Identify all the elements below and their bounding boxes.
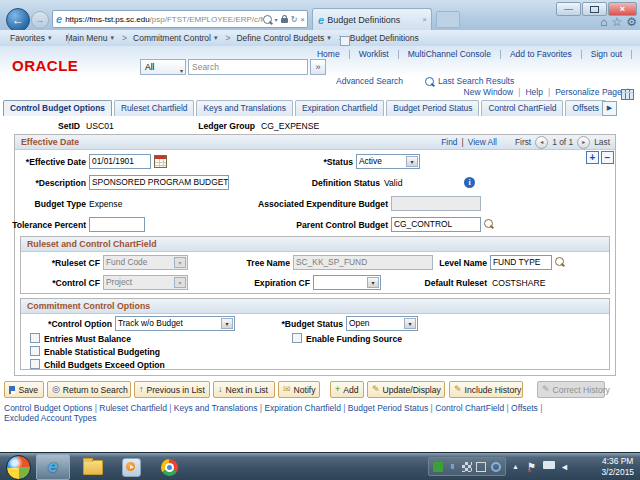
start-button[interactable] bbox=[6, 455, 31, 480]
taskbar-chrome-button[interactable] bbox=[152, 454, 186, 480]
footer-link[interactable]: Budget Period Status bbox=[348, 403, 435, 413]
tray-pause-icon[interactable]: ‖ bbox=[448, 462, 458, 472]
breadcrumb-item[interactable]: > Commitment Control ▾ bbox=[118, 33, 221, 43]
taskbar-ie-button[interactable]: e bbox=[36, 454, 70, 480]
taskbar-media-player-button[interactable] bbox=[114, 454, 148, 480]
component-tab[interactable]: Control Budget Options bbox=[3, 100, 112, 116]
enable-funding-source-checkbox[interactable] bbox=[292, 333, 302, 343]
screen: — × ← → e https://fms-tst.ps.sc.edu/psp/… bbox=[0, 0, 640, 480]
next-row-icon[interactable]: ▸ bbox=[577, 136, 590, 149]
add-row-button[interactable]: + bbox=[586, 151, 599, 164]
control-option-select[interactable]: Track w/o Budget▾ bbox=[115, 316, 235, 331]
expiration-cf-select[interactable]: ▾ bbox=[313, 275, 381, 290]
level-name-field[interactable]: FUND TYPE bbox=[490, 255, 552, 270]
http-grid-icon[interactable] bbox=[621, 89, 634, 100]
toolbar-button[interactable]: ✎ Correct History bbox=[537, 381, 605, 398]
toolbar-button[interactable]: ↑ Previous in List bbox=[134, 381, 210, 398]
taskbar-clock[interactable]: 4:36 PM 3/2/2015 bbox=[601, 456, 634, 478]
first-label[interactable]: First bbox=[515, 135, 531, 149]
search-scope-select[interactable]: All ▾ bbox=[140, 59, 186, 75]
tray-app-icon[interactable] bbox=[433, 462, 443, 472]
calendar-icon[interactable] bbox=[154, 155, 167, 168]
previous-row-icon[interactable]: ◂ bbox=[535, 136, 548, 149]
enable-statistical-budgeting-checkbox[interactable] bbox=[30, 346, 40, 356]
header-link[interactable]: MultiChannel Console bbox=[399, 49, 500, 59]
search-dropdown-icon[interactable]: ▾ bbox=[275, 16, 278, 23]
header-link[interactable]: Add to Favorites bbox=[501, 49, 581, 59]
tray-circle-icon[interactable] bbox=[491, 462, 501, 472]
address-bar[interactable]: e https://fms-tst.ps.sc.edu/psp/FTST/EMP… bbox=[52, 10, 308, 28]
stop-icon[interactable]: × bbox=[300, 15, 305, 24]
view-all-link[interactable]: View All bbox=[468, 135, 497, 149]
speaker-icon[interactable]: ◄ bbox=[560, 461, 569, 473]
header-link[interactable]: Sign out bbox=[582, 49, 631, 59]
breadcrumb-item[interactable]: > Define Control Budgets ▾ bbox=[221, 33, 334, 43]
home-icon[interactable]: ⌂ bbox=[600, 15, 607, 29]
component-tab[interactable]: Offsets bbox=[565, 100, 605, 116]
close-window-button[interactable]: × bbox=[608, 2, 637, 16]
toolbar-button[interactable]: + Add bbox=[330, 381, 364, 398]
chevron-down-icon: ▾ bbox=[221, 318, 233, 329]
component-tab[interactable]: Keys and Translations bbox=[196, 100, 292, 116]
budget-status-select[interactable]: Open▾ bbox=[346, 316, 418, 331]
footer-link[interactable]: Control Budget Options bbox=[4, 403, 99, 413]
description-field[interactable]: SPONSORED PROGRAM BUDGET bbox=[89, 175, 229, 190]
tray-square-icon[interactable] bbox=[476, 462, 486, 472]
browser-tab[interactable]: e Budget Definitions × bbox=[312, 8, 432, 30]
minimize-button[interactable]: — bbox=[556, 2, 581, 16]
child-budgets-exceed-option-checkbox[interactable] bbox=[30, 359, 40, 369]
last-search-results-link[interactable]: Last Search Results bbox=[438, 76, 514, 86]
toolbar-button[interactable]: ✉ Notify bbox=[278, 381, 320, 398]
show-more-tabs-button[interactable]: ▶ bbox=[602, 101, 617, 116]
status-select[interactable]: Active▾ bbox=[356, 154, 420, 169]
favorites-star-icon[interactable]: ☆ bbox=[611, 15, 622, 29]
setid-value: USC01 bbox=[86, 121, 114, 131]
search-go-button[interactable]: » bbox=[310, 59, 326, 75]
tray-grid-icon[interactable] bbox=[462, 462, 472, 472]
info-icon[interactable]: i bbox=[464, 177, 475, 188]
component-tab[interactable]: Control ChartField bbox=[481, 100, 563, 116]
tolerance-percent-field[interactable] bbox=[89, 217, 145, 232]
page-utility-link[interactable]: New Window bbox=[464, 87, 526, 97]
breadcrumb-item[interactable]: Main Menu ▾ bbox=[55, 33, 118, 43]
header-link[interactable]: Home bbox=[308, 49, 349, 59]
search-icon[interactable] bbox=[263, 15, 272, 24]
find-link[interactable]: Find bbox=[441, 135, 457, 149]
component-tab[interactable]: Expiration Chartfield bbox=[295, 100, 384, 116]
entries-must-balance-checkbox[interactable] bbox=[30, 333, 40, 343]
toolbar-button[interactable]: Save bbox=[4, 381, 44, 398]
lookup-icon[interactable] bbox=[555, 257, 566, 268]
restore-button[interactable] bbox=[582, 2, 607, 16]
last-label[interactable]: Last bbox=[594, 135, 610, 149]
footer-link[interactable]: Control ChartField bbox=[435, 403, 511, 413]
footer-link[interactable]: Offsets bbox=[511, 403, 542, 413]
new-tab-button[interactable] bbox=[436, 11, 460, 28]
advanced-search-link[interactable]: Advanced Search bbox=[336, 76, 403, 86]
toolbar-button[interactable]: ✎ Update/Display bbox=[367, 381, 445, 398]
component-tab[interactable]: Ruleset Chartfield bbox=[114, 100, 195, 116]
toolbar-button[interactable]: ◎ Return to Search bbox=[47, 381, 131, 398]
tab-close-icon[interactable]: × bbox=[422, 15, 427, 24]
component-tab[interactable]: Budget Period Status bbox=[386, 100, 479, 116]
footer-link[interactable]: Keys and Translations bbox=[174, 403, 265, 413]
taskbar-explorer-button[interactable] bbox=[76, 454, 110, 480]
footer-link[interactable]: Excluded Account Types bbox=[4, 413, 96, 423]
breadcrumb-item[interactable]: Favorites ▾ bbox=[0, 33, 55, 43]
toolbar-button[interactable]: ↓ Next in List bbox=[213, 381, 275, 398]
page-utility-link[interactable]: Help bbox=[525, 87, 555, 97]
tray-expand-icon[interactable]: ▲ bbox=[512, 461, 519, 473]
refresh-icon[interactable]: ↻ bbox=[291, 15, 298, 24]
delete-row-button[interactable]: − bbox=[601, 151, 614, 164]
parent-control-budget-field[interactable]: CG_CONTROL bbox=[391, 217, 481, 232]
header-link[interactable]: Worklist bbox=[350, 49, 398, 59]
tools-gear-icon[interactable]: ⚙ bbox=[626, 15, 637, 29]
footer-link[interactable]: Ruleset Chartfield bbox=[99, 403, 174, 413]
effective-date-field[interactable]: 01/01/1901 bbox=[89, 154, 151, 169]
lookup-icon[interactable] bbox=[484, 219, 495, 230]
footer-link[interactable]: Expiration Chartfield bbox=[264, 403, 347, 413]
forward-button[interactable]: → bbox=[31, 11, 49, 29]
search-input[interactable] bbox=[188, 59, 308, 75]
back-button[interactable]: ← bbox=[6, 8, 30, 32]
network-icon[interactable] bbox=[543, 461, 555, 469]
toolbar-button[interactable]: ✎ Include History bbox=[449, 381, 523, 398]
